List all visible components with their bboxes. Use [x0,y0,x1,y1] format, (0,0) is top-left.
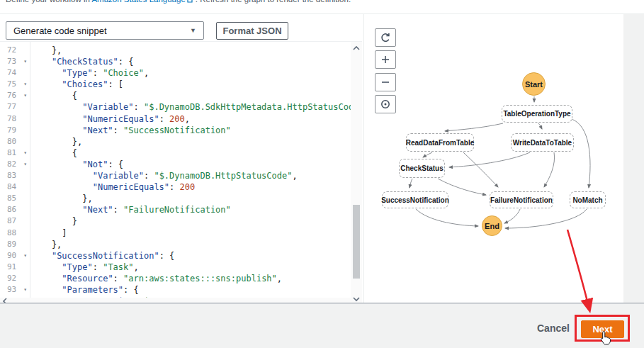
line-number: 74 [0,67,30,79]
code-line[interactable]: }, [31,136,351,147]
code-line[interactable]: "CheckStatus": { [31,56,351,67]
edge-TableOperationType-to-ReadDataFromTable [445,123,503,131]
code-line[interactable]: "Resource": "arn:aws:states:::sns:publis… [31,273,351,284]
external-link-icon [187,0,194,4]
code-line[interactable]: { [31,90,351,101]
line-number: 91 [0,262,30,273]
hint-suffix: . Refresh the graph to render the defini… [196,0,351,4]
edge-TableOperationType-to-NoMatch [572,119,590,188]
edge-WriteDataToTable-to-FailureNotification [544,152,555,187]
line-number: 89 [0,239,30,250]
line-number[interactable]: 75▾ [0,79,30,90]
line-number: 78 [0,113,30,125]
line-number: 79 [0,125,30,136]
editor-body[interactable]: 7273▾7475▾76▾7778798081▾82▾8384858687888… [0,42,351,298]
graph-node-SuccessNotification[interactable]: SuccessNotification [382,191,448,208]
editor-gutter: 7273▾7475▾76▾7778798081▾82▾8384858687888… [0,45,30,298]
line-number[interactable]: 76▾ [0,90,30,101]
code-line[interactable]: }, [31,45,351,56]
dropdown-value: Generate code snippet [13,26,107,36]
scroll-down-icon[interactable] [352,296,361,303]
graph-node-ReadDataFromTable[interactable]: ReadDataFromTable [406,133,474,152]
line-number: 88 [0,228,30,239]
code-line[interactable]: }, [31,193,351,204]
graph-node-TableOperationType[interactable]: TableOperationType [502,105,572,123]
line-number[interactable]: 82▾ [0,159,30,170]
cancel-button[interactable]: Cancel [537,322,570,334]
workflow-graph-panel: StartTableOperationTypeReadDataFromTable… [363,14,623,303]
code-line[interactable]: "SuccessNotification": { [31,250,351,262]
graph-node-WriteDataToTable[interactable]: WriteDataToTable [511,133,574,152]
code-line[interactable]: "Type": "Choice", [31,67,351,79]
code-line[interactable]: "Not": { [31,159,351,170]
code-line[interactable]: "Choices": [ [31,79,351,90]
vertical-scroll-thumb[interactable] [353,205,360,279]
code-line[interactable]: "Variable": "$.DynamoDB.HttpStatusCode", [31,170,351,181]
line-number: 85 [0,193,30,204]
edge-ReadDataFromTable-to-FailureNotification [463,152,498,187]
line-number: 84 [0,181,30,193]
code-line[interactable]: "NumericEquals": 200 [31,181,351,193]
line-number[interactable]: 81▾ [0,147,30,159]
edge-TableOperationType-to-WriteDataToTable [538,123,542,129]
wizard-footer: Cancel Next [0,303,644,348]
line-number: 80 [0,136,30,147]
code-line[interactable]: "Next": "FailureNotification" [31,204,351,215]
state-machine-definition-page: Define your workflow in Amazon States La… [0,0,644,348]
line-number: 86 [0,204,30,215]
line-number[interactable]: 90▾ [0,250,30,262]
code-line[interactable]: ] [31,228,351,239]
code-line[interactable]: { [31,147,351,159]
code-line[interactable]: }, [31,239,351,250]
graph-node-CheckStatus[interactable]: CheckStatus [399,159,445,178]
line-number: 87 [0,215,30,227]
code-line[interactable]: } [31,215,351,227]
line-number: 83 [0,170,30,181]
graph-node-FailureNotification[interactable]: FailureNotification [490,191,553,208]
line-number: 77 [0,101,30,113]
code-line[interactable]: "Parameters": { [31,284,351,296]
next-button[interactable]: Next [581,320,624,338]
graph-node-Start[interactable]: Start [522,72,546,96]
line-number: 92 [0,273,30,284]
edge-FailureNotification-to-End [504,209,520,223]
line-number[interactable]: 73▾ [0,56,30,67]
edge-NoMatch-to-End [505,209,587,228]
code-line[interactable]: "Type": "Task", [31,262,351,273]
code-line[interactable]: "Variable": "$.DynamoDB.SdkHttpMetadata.… [31,101,351,113]
chevron-down-icon: ▼ [190,27,196,34]
gutter-divider [30,42,30,298]
asl-doc-link[interactable]: Amazon States Language [91,0,185,4]
definition-hint-text: Define your workflow in Amazon States La… [6,0,351,4]
hint-prefix: Define your workflow in [6,0,91,4]
scroll-up-icon[interactable] [352,45,361,52]
generate-snippet-dropdown[interactable]: Generate code snippet ▼ [6,21,204,40]
graph-node-End[interactable]: End [482,215,502,236]
line-number: 72 [0,45,30,56]
line-number[interactable]: 93▾ [0,284,30,296]
graph-node-NoMatch[interactable]: NoMatch [570,191,606,208]
format-json-button[interactable]: Format JSON [216,22,288,40]
edge-WriteDataToTable-to-CheckStatus [449,152,530,167]
editor-vertical-scrollbar[interactable] [351,42,362,303]
edge-ReadDataFromTable-to-CheckStatus [423,152,432,157]
code-lines[interactable]: }, "CheckStatus": { "Type": "Choice", "C… [31,45,351,298]
code-line[interactable]: "Next": "SuccessNotification" [31,125,351,136]
edge-CheckStatus-to-SuccessNotification [409,179,412,188]
page-background-strip [623,14,644,303]
code-line[interactable]: "NumericEquals": 200, [31,113,351,125]
edge-SuccessNotification-to-End [416,209,478,226]
code-editor[interactable]: 7273▾7475▾76▾7778798081▾82▾8384858687888… [0,41,362,303]
